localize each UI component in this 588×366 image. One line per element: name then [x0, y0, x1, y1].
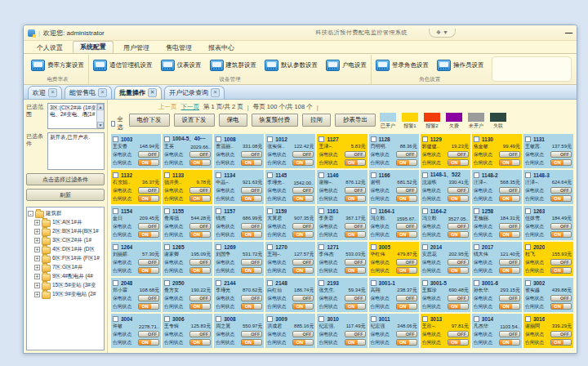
breaker-state-toggle[interactable]: ON	[448, 303, 469, 310]
ribbon-tab-users[interactable]: 用户管理	[117, 42, 156, 53]
card-checkbox[interactable]	[371, 280, 376, 286]
card-checkbox[interactable]	[525, 208, 531, 214]
batch-action-button[interactable]: 电价下发	[129, 114, 170, 127]
breaker-state-toggle[interactable]: ON	[292, 339, 314, 346]
power-protect-toggle[interactable]: OFF	[241, 223, 262, 230]
meter-card[interactable]: 1164-1 冯立毅. 1595.67.. 保电状态 OFF	[369, 206, 419, 240]
card-checkbox[interactable]	[422, 136, 428, 142]
meter-card[interactable]: 2048 郑小霖 108.68元 保电状态 OFF 合闸状态	[111, 278, 161, 312]
power-protect-toggle[interactable]: OFF	[241, 331, 262, 337]
card-checkbox[interactable]	[113, 136, 118, 142]
meter-card[interactable]: 3001-5 王辉珍 690.48元 保电状态 OFF 合闸	[421, 278, 470, 312]
card-checkbox[interactable]	[371, 136, 376, 142]
power-protect-toggle[interactable]: OFF	[138, 187, 159, 194]
card-checkbox[interactable]	[216, 244, 221, 250]
batch-action-button[interactable]: 恢复预付费	[252, 114, 299, 127]
card-checkbox[interactable]	[267, 244, 273, 250]
breaker-state-toggle[interactable]: ON	[345, 339, 366, 346]
selected-condition-box[interactable]: 新开表,已开户表.	[47, 132, 105, 170]
card-checkbox[interactable]	[474, 172, 479, 178]
card-checkbox[interactable]	[371, 316, 376, 322]
card-checkbox[interactable]	[164, 136, 170, 142]
breaker-state-toggle[interactable]: ON	[448, 159, 469, 166]
meter-card[interactable]: 1132 石京娟.. 36.37元 保电状态 OFF 合闸状	[111, 170, 161, 204]
expand-icon[interactable]: +	[34, 292, 40, 297]
tab-account-records[interactable]: 开户记录查询 ×	[164, 86, 225, 99]
tab-close-icon[interactable]: ×	[48, 88, 57, 97]
meter-card[interactable]: 1130 焦金敏 99.49元 保电状态 OFF 合闸状态	[472, 134, 522, 168]
ribbon-tab-reports[interactable]: 报表中心	[202, 42, 241, 53]
meter-card[interactable]: 1148-2 汪泽~. 568.35元 保电状态 OFF 合	[472, 170, 522, 204]
tab-close-icon[interactable]: ×	[98, 88, 107, 97]
select-all-checkbox[interactable]: 全选	[111, 115, 125, 132]
power-protect-toggle[interactable]: OFF	[241, 295, 262, 301]
meter-card[interactable]: 3013 王欣~. 97.81元 保电状态 OFF 合闸状态	[421, 314, 470, 348]
meter-card[interactable]: 1004-5、40一 王英 2029.66.. 保电状态 OFF	[163, 134, 212, 168]
breaker-state-toggle[interactable]: ON	[189, 195, 211, 202]
card-checkbox[interactable]	[113, 316, 118, 322]
ribbon-tab-vending[interactable]: 售电管理	[159, 42, 198, 53]
power-protect-toggle[interactable]: OFF	[499, 187, 520, 194]
power-protect-toggle[interactable]: OFF	[499, 331, 520, 337]
breaker-state-toggle[interactable]: ON	[499, 195, 520, 202]
power-protect-toggle[interactable]: OFF	[550, 331, 572, 337]
tab-batch-operations[interactable]: 批量操作 ×	[114, 86, 162, 99]
minimize-button[interactable]: —	[565, 29, 572, 36]
meter-card[interactable]: 3010 纪宏强. 117.49元 保电状态 OFF 合闸状	[317, 314, 367, 348]
card-checkbox[interactable]	[525, 316, 531, 322]
breaker-state-toggle[interactable]: ON	[189, 339, 211, 346]
power-protect-toggle[interactable]: OFF	[448, 331, 469, 337]
meter-card[interactable]: 1258 王楠丽. 184.31元 保电状态 OFF 合闸状	[472, 206, 522, 240]
batch-action-button[interactable]: 设置下发	[174, 114, 215, 127]
meter-card[interactable]: 1155 贵海德 544.28元 保电状态 OFF 合闸状态	[163, 206, 212, 240]
expand-icon[interactable]: +	[34, 283, 40, 288]
breaker-state-toggle[interactable]: ON	[396, 195, 417, 202]
power-protect-toggle[interactable]: OFF	[345, 331, 366, 337]
refresh-button[interactable]: 刷新	[26, 189, 105, 201]
card-checkbox[interactable]	[164, 316, 170, 322]
card-checkbox[interactable]	[525, 136, 531, 142]
card-checkbox[interactable]	[474, 208, 479, 214]
tree-item[interactable]: + 6区:F区1#井 (F区1#	[28, 254, 103, 263]
breaker-state-toggle[interactable]: ON	[499, 267, 520, 274]
expand-icon[interactable]: +	[34, 256, 40, 261]
card-checkbox[interactable]	[422, 208, 428, 214]
meter-card[interactable]: 3008 周之翼 550.97元 保电状态 OFF 合闸状态	[214, 314, 264, 348]
card-checkbox[interactable]	[113, 172, 118, 178]
breaker-state-toggle[interactable]: ON	[550, 339, 572, 346]
meter-card[interactable]: 1271 李伟杰 533.03元 保电状态 OFF 合闸状态	[317, 242, 367, 276]
meter-card[interactable]: 1146 谢柳~. 876.12元 保电状态 OFF 合闸状	[317, 170, 367, 204]
power-protect-toggle[interactable]: OFF	[499, 223, 520, 230]
meter-card[interactable]: 1133 德井美.. 9.78元 保电状态 OFF 合闸状态	[163, 170, 212, 204]
login-role-settings-button[interactable]: 登录角色设置	[376, 60, 429, 71]
meter-card[interactable]: 2193 张先生. 59.34元 保电状态 OFF 合闸状态	[317, 278, 367, 312]
breaker-state-toggle[interactable]: ON	[138, 195, 159, 202]
breaker-state-toggle[interactable]: ON	[345, 267, 366, 274]
card-checkbox[interactable]	[318, 136, 324, 142]
card-checkbox[interactable]	[164, 280, 170, 286]
breaker-state-toggle[interactable]: ON	[499, 303, 520, 310]
meter-card[interactable]: 1263 佳妹雪. 184.49元 保电状态 OFF 合闸状	[523, 206, 573, 240]
meter-card[interactable]: 1157 钱杰 686.99元 保电状态 OFF 合闸状态	[214, 206, 264, 240]
tree-item[interactable]: + 15区:5#变站 (3#变	[28, 281, 103, 290]
card-checkbox[interactable]	[267, 316, 273, 322]
breaker-state-toggle[interactable]: ON	[345, 159, 366, 166]
card-checkbox[interactable]	[216, 316, 221, 322]
breaker-state-toggle[interactable]: ON	[448, 195, 469, 202]
breaker-state-toggle[interactable]: ON	[138, 267, 159, 274]
breaker-state-toggle[interactable]: ON	[499, 159, 520, 166]
prev-page-link[interactable]: 上一页	[158, 103, 177, 111]
breaker-state-toggle[interactable]: ON	[241, 303, 262, 310]
power-protect-toggle[interactable]: OFF	[241, 187, 262, 194]
breaker-state-toggle[interactable]: ON	[138, 339, 159, 346]
card-checkbox[interactable]	[318, 280, 324, 286]
meter-card[interactable]: 1269 刘国争 531.72元 保电状态 OFF 合闸状态	[214, 242, 264, 276]
meter-card[interactable]: 3002 雀实越 439.88元 保电状态 OFF 合闸状态	[523, 278, 573, 312]
card-checkbox[interactable]	[113, 280, 118, 286]
power-protect-toggle[interactable]: OFF	[189, 331, 211, 337]
breaker-state-toggle[interactable]: ON	[241, 267, 262, 274]
breaker-state-toggle[interactable]: ON	[292, 303, 314, 310]
breaker-state-toggle[interactable]: ON	[448, 267, 469, 274]
expand-icon[interactable]: +	[34, 274, 40, 279]
card-checkbox[interactable]	[267, 280, 273, 286]
